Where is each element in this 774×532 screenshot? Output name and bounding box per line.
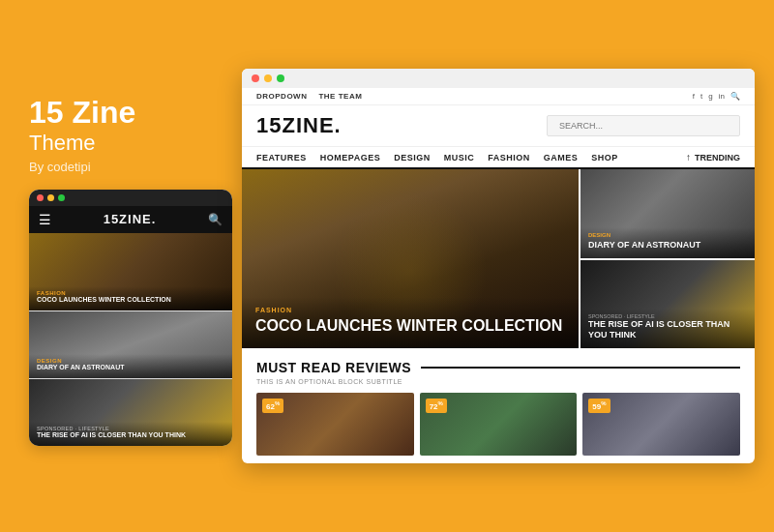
desktop-header: 15ZINE. [242, 105, 755, 146]
must-read-header: MUST READ REVIEWS [256, 360, 740, 375]
desktop-topnav: DROPDOWN THE TEAM f t g in 🔍 [242, 88, 755, 105]
card-2-badge: 72% [426, 399, 447, 413]
theme-by: By codetipi [29, 160, 232, 174]
theme-subtitle: Theme [29, 131, 232, 156]
dot-yellow-icon [47, 194, 54, 201]
must-read-divider [421, 367, 740, 369]
mobile-article-2-title: DIARY OF AN ASTRONAUT [37, 364, 224, 371]
mobile-article-2[interactable]: DESIGN DIARY OF AN ASTRONAUT [29, 310, 232, 378]
social-twitter-icon[interactable]: t [700, 92, 702, 101]
card-3-badge: 59% [588, 399, 610, 413]
topnav-team[interactable]: THE TEAM [318, 92, 362, 101]
desktop-dot-red [252, 74, 259, 82]
must-read-title: MUST READ REVIEWS [256, 360, 411, 375]
mainnav-homepages[interactable]: HOMEPAGES [320, 153, 380, 163]
hero-main-overlay: FASHION COCO LAUNCHES WINTER COLLECTION [242, 297, 579, 348]
mobile-article-2-overlay: DESIGN DIARY OF AN ASTRONAUT [29, 354, 232, 377]
mobile-navbar: ☰ 15ZINE. 🔍 [29, 206, 232, 233]
hero-right-top-title: DIARY OF AN ASTRONAUT [588, 240, 747, 251]
dot-green-icon [58, 194, 65, 201]
desktop-logo: 15ZINE. [256, 113, 342, 138]
mobile-article-3-title: THE RISE OF AI IS CLOSER THAN YOU THINK [37, 431, 224, 439]
hero-right-bottom-title: THE RISE OF AI IS CLOSER THAN YOU THINK [588, 319, 747, 340]
desktop-mockup: DROPDOWN THE TEAM f t g in 🔍 15ZINE. FEA… [242, 69, 755, 463]
card-1-badge: 62% [262, 399, 283, 413]
mobile-article-1-title: COCO LAUNCHES WINTER COLLECTION [37, 296, 224, 304]
must-read-card-3[interactable]: 59% [582, 393, 740, 456]
desktop-dot-yellow [264, 74, 272, 82]
hero-right: DESIGN DIARY OF AN ASTRONAUT SPONSORED ·… [580, 169, 755, 348]
hero-right-bottom-article[interactable]: SPONSORED · LIFESTYLE THE RISE OF AI IS … [580, 260, 755, 349]
mobile-mockup: ☰ 15ZINE. 🔍 FASHION COCO LAUNCHES WINTER… [29, 190, 232, 446]
desktop-mainnav-left: FEATURES HOMEPAGES DESIGN MUSIC FASHION … [256, 153, 618, 163]
mainnav-design[interactable]: DESIGN [394, 153, 431, 163]
topnav-dropdown[interactable]: DROPDOWN [256, 92, 307, 101]
mobile-article-1[interactable]: FASHION COCO LAUNCHES WINTER COLLECTION [29, 233, 232, 310]
must-read-cards: 62% 72% 59% [256, 393, 740, 456]
mainnav-features[interactable]: FEATURES [256, 153, 307, 163]
desktop-topnav-right: f t g in 🔍 [693, 92, 740, 101]
desktop-dot-green [277, 74, 284, 82]
mobile-article-1-overlay: FASHION COCO LAUNCHES WINTER COLLECTION [29, 286, 232, 310]
social-googleplus-icon[interactable]: g [708, 92, 712, 101]
trending-icon: ↑ [686, 152, 691, 163]
desktop-mainnav-trending[interactable]: ↑ TRENDING [686, 152, 740, 163]
mainnav-music[interactable]: MUSIC [444, 153, 475, 163]
desktop-titlebar [242, 69, 755, 88]
dot-red-icon [37, 194, 44, 201]
hero-right-bottom-overlay: SPONSORED · LIFESTYLE THE RISE OF AI IS … [580, 309, 755, 348]
topnav-search-icon[interactable]: 🔍 [730, 92, 740, 101]
desktop-hero: FASHION COCO LAUNCHES WINTER COLLECTION … [242, 169, 755, 348]
must-read-card-1[interactable]: 62% [256, 393, 414, 456]
search-icon[interactable]: 🔍 [208, 213, 223, 226]
hero-main-article[interactable]: FASHION COCO LAUNCHES WINTER COLLECTION [242, 169, 579, 348]
must-read-section: MUST READ REVIEWS THIS IS AN OPTIONAL BL… [242, 348, 755, 463]
hamburger-icon[interactable]: ☰ [39, 212, 51, 227]
desktop-search-input[interactable] [547, 115, 740, 136]
mobile-logo: 15ZINE. [104, 212, 157, 226]
mobile-titlebar [29, 190, 232, 206]
mainnav-fashion[interactable]: FASHION [488, 153, 530, 163]
must-read-subtitle: THIS IS AN OPTIONAL BLOCK SUBTITLE [256, 378, 740, 385]
left-panel: 15 Zine Theme By codetipi ☰ 15ZINE. 🔍 FA… [19, 86, 242, 445]
social-instagram-icon[interactable]: in [719, 92, 725, 101]
must-read-card-2[interactable]: 72% [420, 393, 578, 456]
mainnav-shop[interactable]: SHOP [591, 153, 618, 163]
social-facebook-icon[interactable]: f [693, 92, 695, 101]
desktop-mainnav: FEATURES HOMEPAGES DESIGN MUSIC FASHION … [242, 146, 755, 169]
hero-main-tag: FASHION [255, 307, 565, 313]
mobile-article-3-overlay: SPONSORED · LIFESTYLE THE RISE OF AI IS … [29, 422, 232, 445]
mainnav-games[interactable]: GAMES [544, 153, 579, 163]
hero-main-title: COCO LAUNCHES WINTER COLLECTION [255, 317, 565, 335]
hero-right-top-overlay: DESIGN DIARY OF AN ASTRONAUT [580, 227, 755, 258]
trending-label: TRENDING [695, 153, 740, 163]
hero-right-top-article[interactable]: DESIGN DIARY OF AN ASTRONAUT [580, 169, 755, 258]
theme-title: 15 Zine [29, 96, 232, 130]
hero-right-top-tag: DESIGN [588, 232, 747, 238]
mobile-article-3[interactable]: SPONSORED · LIFESTYLE THE RISE OF AI IS … [29, 378, 232, 446]
desktop-topnav-left: DROPDOWN THE TEAM [256, 92, 362, 101]
